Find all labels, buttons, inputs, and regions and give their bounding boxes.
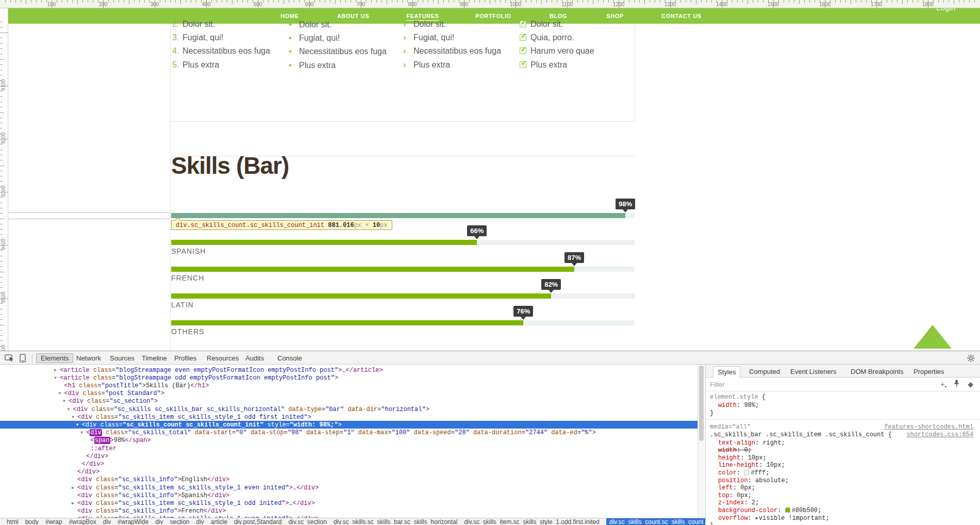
css-property-name[interactable]: text-align	[718, 439, 755, 447]
pin-element-state-icon[interactable]	[953, 380, 960, 387]
rule-selector[interactable]: .sc_skills_bar .sc_skills_item .sc_skill…	[710, 431, 884, 438]
tab-timeline[interactable]: Timeline	[138, 353, 171, 363]
tree-row[interactable]: <div class="sc_skills_info">Spanish</div…	[0, 491, 697, 499]
css-property-value[interactable]: #80b500;	[792, 507, 822, 514]
sidebar-tab-dom-breakpoints[interactable]: DOM Breakpoints	[846, 366, 908, 378]
css-property-value[interactable]: 0;	[744, 447, 751, 454]
computed-sidebar-icon[interactable]: ◆	[968, 380, 973, 388]
expand-arrow-icon[interactable]: ▶	[72, 484, 77, 491]
inline-style-selector[interactable]: element.style	[710, 393, 758, 401]
stylesheet-link-css[interactable]: shortcodes.css:654	[906, 431, 973, 438]
device-icon[interactable]	[20, 354, 26, 363]
nav-item-about-us[interactable]: ABOUT US	[337, 13, 369, 19]
tree-row[interactable]: ::after	[0, 445, 697, 452]
nav-item-features[interactable]: FEATURES	[406, 13, 439, 19]
tab-network[interactable]: Network	[72, 353, 105, 363]
expand-arrow-icon[interactable]: ▼	[72, 413, 77, 421]
css-declaration[interactable]: width: 98%;	[718, 402, 759, 409]
css-property-name[interactable]: width	[718, 447, 737, 454]
color-swatch[interactable]	[744, 470, 749, 475]
breadcrumb-item[interactable]: article	[211, 518, 227, 525]
tree-row[interactable]: ▼<div class="sc_skills_item sc_skills_st…	[0, 413, 697, 421]
breadcrumb-item[interactable]: body	[25, 518, 39, 525]
breadcrumb-item[interactable]: #wrapWide	[118, 518, 148, 525]
breadcrumb-item[interactable]: #wrap	[45, 518, 62, 525]
tab-resources[interactable]: Resources	[203, 353, 243, 363]
css-declaration[interactable]: z-index: 2;	[718, 499, 759, 506]
nav-item-shop[interactable]: SHOP	[606, 13, 624, 19]
tree-row[interactable]: ▶<div class="sc_skills_item sc_skills_st…	[0, 484, 697, 491]
sidebar-tab-styles[interactable]: Styles	[713, 366, 740, 378]
css-property-name[interactable]: top	[718, 492, 729, 499]
expand-arrow-icon[interactable]: ▼	[80, 429, 86, 436]
tree-row[interactable]: <h1 class="postTitle">Skills (Bar)</h1>	[0, 382, 697, 389]
nav-item-contact-us[interactable]: CONTACT US	[661, 13, 701, 19]
css-declaration[interactable]: width: 0;	[718, 447, 752, 454]
expand-arrow-icon[interactable]: ▼	[76, 421, 82, 429]
tree-row[interactable]: <div class="sc_skills_info">English</div…	[0, 475, 697, 483]
css-declaration[interactable]: left: 0px;	[718, 484, 755, 491]
css-property-value[interactable]: #fff;	[751, 469, 769, 477]
expand-arrow-icon[interactable]: ▼	[63, 397, 69, 405]
breadcrumb-item[interactable]: section	[170, 518, 189, 525]
css-property-name[interactable]: line-height	[718, 462, 759, 469]
css-property-name[interactable]: left	[718, 484, 733, 491]
css-property-name[interactable]: overflow	[718, 515, 748, 522]
css-property-value[interactable]: absolute;	[755, 477, 789, 484]
nav-item-home[interactable]: HOME	[280, 13, 298, 19]
css-property-name[interactable]: height	[718, 454, 740, 462]
tab-sources[interactable]: Sources	[106, 353, 139, 363]
expand-arrow-icon[interactable]: ▶	[72, 499, 77, 507]
css-property-value[interactable]: 0px;	[737, 492, 752, 499]
nav-item-blog[interactable]: BLOG	[550, 13, 567, 19]
tree-row[interactable]: ▼<div class="sc_skills_total" data-start…	[0, 429, 697, 436]
tab-elements[interactable]: Elements	[36, 353, 73, 363]
tree-row[interactable]: ▼<div class="post Standard">	[0, 389, 697, 397]
css-property-name[interactable]: width	[718, 402, 737, 409]
tab-profiles[interactable]: Profiles	[170, 353, 201, 363]
tree-row-selected[interactable]: ▼<div class="sc_skills_count sc_skills_c…	[0, 421, 697, 429]
tree-row[interactable]: ▼<article class="blogStreampage odd empt…	[0, 374, 697, 382]
breadcrumb-item[interactable]: div	[155, 518, 163, 525]
expand-arrow-icon[interactable]: ▶	[54, 366, 60, 374]
breadcrumb-item[interactable]: div.sc_skills.sc_skills_bar.sc_skills_ho…	[334, 518, 458, 525]
styles-filter-input[interactable]: Filter	[710, 381, 725, 388]
gear-icon[interactable]	[967, 354, 975, 362]
breadcrumb-item[interactable]: html	[7, 518, 19, 525]
sidebar-tab-properties[interactable]: Properties	[909, 366, 948, 378]
css-declaration[interactable]: position: absolute;	[718, 477, 789, 484]
tree-row[interactable]: </div>	[0, 468, 697, 475]
scroll-to-top-button[interactable]	[913, 325, 952, 349]
css-declaration[interactable]: height: 10px;	[718, 454, 767, 462]
stylesheet-link-html[interactable]: features-shortcodes.html	[884, 423, 973, 431]
css-property-name[interactable]: position	[718, 477, 748, 484]
css-property-value[interactable]: visible !important;	[759, 515, 829, 522]
sidebar-tab-event-listeners[interactable]: Event Listeners	[786, 366, 841, 378]
tree-row[interactable]: <div class="sc_skills_info">French</div>	[0, 507, 697, 515]
scrollbar-thumb[interactable]	[699, 366, 704, 441]
css-declaration[interactable]: top: 0px;	[718, 492, 752, 499]
expand-arrow-icon[interactable]: ▼	[54, 374, 60, 382]
tab-console[interactable]: Console	[273, 353, 306, 363]
css-declaration[interactable]: text-align: right;	[718, 439, 785, 447]
breadcrumb-item[interactable]: div.sc_section	[288, 518, 326, 525]
tab-audits[interactable]: Audits	[241, 353, 268, 363]
tree-row[interactable]: </div>	[0, 452, 697, 460]
breadcrumb-item[interactable]: #wrapBox	[69, 518, 96, 525]
breadcrumb-item[interactable]: div.sc_skills_item.sc_skills_style_1.odd…	[464, 518, 600, 525]
expand-shorthand-icon[interactable]: ▶	[756, 516, 758, 520]
breadcrumb-item[interactable]: div.post.Standard	[234, 518, 282, 525]
css-property-name[interactable]: z-index	[718, 499, 744, 506]
css-property-name[interactable]: color	[718, 469, 737, 477]
tree-row[interactable]: </div>	[0, 460, 697, 468]
breadcrumb-item[interactable]: div.sc_skills_count.sc_skills_count_init	[606, 518, 705, 525]
css-property-value[interactable]: 10px;	[767, 462, 785, 469]
tree-row[interactable]: ▶<article class="blogStreampage even emp…	[0, 366, 697, 374]
tree-row[interactable]: <span>98%</span>	[0, 436, 697, 444]
css-declaration[interactable]: line-height: 10px;	[718, 462, 785, 469]
css-property-name[interactable]: background-color	[718, 507, 777, 514]
color-swatch[interactable]	[785, 507, 790, 513]
inspect-icon[interactable]	[5, 353, 15, 363]
css-declaration[interactable]: background-color: #80b500;	[718, 507, 821, 514]
new-style-rule-icon[interactable]: +▾	[940, 380, 946, 389]
